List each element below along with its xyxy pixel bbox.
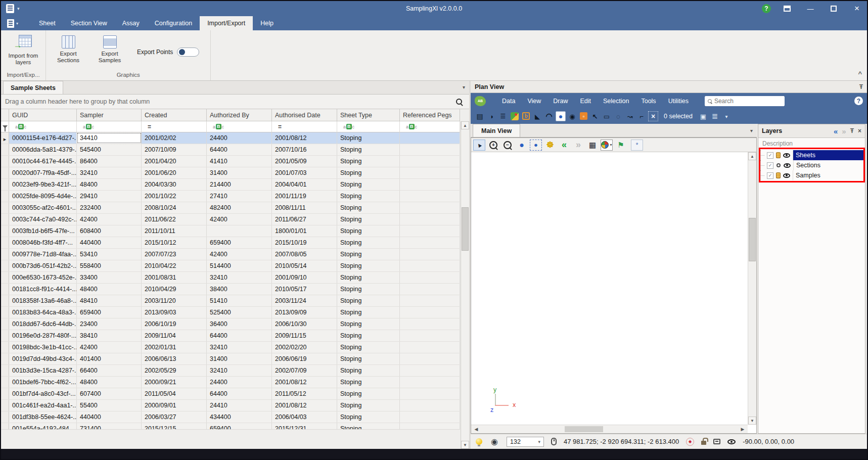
zoom-in-icon[interactable]: [487, 140, 499, 151]
sheet-row[interactable]: 00020d07-7f9a-45df-...324102001/06/20314…: [1, 167, 460, 179]
import-from-layers-button[interactable]: → Import from layers: [5, 33, 41, 66]
filter-cell-authorized-by[interactable]: aBc: [207, 121, 272, 132]
sheet-row[interactable]: 001bdef6-7bbc-4f62-...484002000/09/21244…: [1, 377, 460, 388]
menu-tab-sheet[interactable]: Sheet: [31, 16, 63, 30]
filter-cell-referenced-pegs[interactable]: aBc: [400, 121, 460, 132]
rect-select-icon[interactable]: [602, 111, 612, 121]
sheet-row[interactable]: 000b73d6-051f-42b2-...5584002010/04/2251…: [1, 260, 460, 272]
layer-checkbox[interactable]: ✓: [767, 172, 773, 179]
column-header-sampler[interactable]: Sampler: [77, 109, 142, 121]
sheet-row[interactable]: 00001154-e176-4d27-...344102001/02/02244…: [1, 132, 460, 144]
measure-icon[interactable]: [532, 111, 542, 121]
copy-view-icon[interactable]: [698, 111, 708, 121]
scroll-up-icon[interactable]: ▲: [748, 152, 756, 160]
sheet-row[interactable]: 001b3d3e-15ca-4287-...664002002/05/29324…: [1, 365, 460, 377]
menu-utilities[interactable]: Utilities: [662, 98, 695, 105]
sheet-row[interactable]: 001c461f-ea2d-4aa1-...554002000/09/01244…: [1, 400, 460, 411]
sheet-row[interactable]: 0018358f-13a6-46a8-...484102003/11/20514…: [1, 295, 460, 307]
search-box[interactable]: [705, 96, 785, 106]
map-icon[interactable]: [511, 112, 519, 120]
help-icon[interactable]: ?: [762, 4, 771, 13]
scroll-right-icon[interactable]: ▶: [739, 425, 747, 433]
filter-cell-guid[interactable]: aBc: [9, 121, 77, 132]
menu-view[interactable]: View: [521, 98, 547, 105]
bookmark-icon[interactable]: [615, 140, 627, 151]
scroll-left-icon[interactable]: ◀: [472, 425, 480, 433]
plot-icon[interactable]: [580, 112, 587, 120]
canvas-vertical-scrollbar[interactable]: ▲ ▼: [748, 152, 756, 425]
visibility-eye-icon[interactable]: [783, 153, 790, 158]
canvas-hscroll-thumb[interactable]: [565, 426, 603, 432]
visibility-eye-icon[interactable]: [784, 163, 791, 168]
sheet-row[interactable]: 00196e0d-287f-480f-...384102009/11/04644…: [1, 330, 460, 342]
search-input[interactable]: [714, 98, 775, 105]
sheet-row[interactable]: 00198bdc-3e1b-41cc-...424002002/01/31324…: [1, 342, 460, 353]
previous-view-icon[interactable]: [558, 140, 570, 151]
pin-icon[interactable]: Ŧ: [850, 127, 854, 134]
menu-tab-import-export[interactable]: Import/Export: [200, 16, 253, 30]
search-icon[interactable]: [456, 99, 462, 105]
ribbon-collapse-icon[interactable]: ^: [858, 70, 862, 77]
menu-tab-configuration[interactable]: Configuration: [147, 16, 200, 30]
scroll-up-icon[interactable]: ▲: [461, 121, 469, 129]
layer-checkbox[interactable]: ✓: [767, 152, 773, 159]
scroll-down-icon[interactable]: ▼: [461, 441, 469, 449]
filter-cell-sampler[interactable]: aBc: [77, 121, 142, 132]
layer-row-sheets[interactable]: ✓Sheets: [758, 150, 865, 160]
location-pin-icon[interactable]: [567, 111, 577, 121]
point-select-icon[interactable]: [590, 111, 600, 121]
sheet-row[interactable]: 00010c44-617e-4445-...864002001/04/20414…: [1, 156, 460, 167]
layers-icon[interactable]: [498, 111, 508, 121]
column-header-referenced-pegs[interactable]: Referenced Pegs: [400, 109, 460, 121]
layer-checkbox[interactable]: ✓: [767, 162, 773, 169]
sheet-row[interactable]: 001e554a-4192-484...7314002015/12/156594…: [1, 423, 460, 429]
sheet-row[interactable]: 000e6530-1673-452e-...334002001/08/31324…: [1, 272, 460, 284]
scale-select[interactable]: 132 ▾: [507, 437, 544, 447]
circle-select-icon[interactable]: [613, 111, 623, 121]
sheet-row[interactable]: 0003055c-af2c-4601-...2324002008/10/2448…: [1, 202, 460, 214]
menu-selection[interactable]: Selection: [597, 98, 635, 105]
group-by-bar[interactable]: Drag a column header here to group by th…: [1, 95, 469, 109]
settings-gear-icon[interactable]: [544, 140, 556, 151]
column-header-created[interactable]: Created: [142, 109, 207, 121]
sheet-row[interactable]: 0008046b-f3fd-4ff7-...4404002015/10/1265…: [1, 237, 460, 249]
plan-canvas[interactable]: y x z ▲ ▼ ◀: [471, 152, 756, 433]
draw-style-icon[interactable]: [486, 111, 496, 121]
sheet-row[interactable]: 0018dd67-6dc6-44db-...234002006/10/19364…: [1, 318, 460, 330]
canvas-horizontal-scrollbar[interactable]: ◀ ▶: [471, 425, 748, 433]
sheet-row[interactable]: 001bf7d4-a8c0-43cf-...6074002011/05/0464…: [1, 388, 460, 400]
plan-view-help-icon[interactable]: ?: [854, 97, 863, 105]
minimize-button[interactable]: —: [803, 4, 817, 14]
layer-row-samples[interactable]: ✓Samples: [758, 170, 865, 180]
color-palette-icon[interactable]: [601, 140, 613, 151]
next-view-icon[interactable]: [572, 140, 584, 151]
open-folder-icon[interactable]: [475, 111, 485, 121]
close-button[interactable]: ×: [850, 4, 864, 14]
globe-icon[interactable]: [556, 111, 566, 121]
grid-vertical-scrollbar[interactable]: ▲ ▼: [461, 121, 469, 449]
column-header-authorized-by[interactable]: Authorized By: [207, 109, 272, 121]
sheet-row[interactable]: 00006dda-5a81-4379-...5454002007/10/0964…: [1, 144, 460, 156]
refresh-view-icon[interactable]: [530, 140, 542, 151]
polygon-select-icon[interactable]: [636, 111, 647, 121]
grid-scrollbar-thumb[interactable]: [462, 207, 469, 251]
sheet-row[interactable]: 0003fb1d-b6f5-47fe-...6084002011/10/1118…: [1, 225, 460, 237]
tab-sample-sheets[interactable]: Sample Sheets: [3, 81, 63, 94]
column-header-authorised-date[interactable]: Authorised Date: [272, 109, 337, 121]
zoom-extents-icon[interactable]: [516, 140, 528, 151]
tab-main-view[interactable]: Main View: [473, 124, 520, 137]
column-header-sheet-type[interactable]: Sheet Type: [337, 109, 400, 121]
export-samples-button[interactable]: Export Samples: [92, 33, 128, 64]
view-grid-icon[interactable]: [586, 140, 599, 151]
new-view-tab-icon[interactable]: [631, 140, 643, 151]
lightbulb-icon[interactable]: [476, 438, 482, 445]
lock-icon[interactable]: [701, 441, 706, 445]
filter-cell-sheet-type[interactable]: aBc: [337, 121, 400, 132]
select-arrow-icon[interactable]: [473, 140, 485, 151]
forward-icon[interactable]: »: [842, 127, 846, 135]
menu-data[interactable]: Data: [496, 98, 521, 105]
sheet-row[interactable]: 0019d7dd-49bd-43c4-...4014002006/06/1331…: [1, 353, 460, 365]
menu-tools[interactable]: Tools: [635, 98, 662, 105]
sheet-row[interactable]: 001df3b8-55ee-4624-...4404002006/03/2743…: [1, 411, 460, 423]
sheet-row[interactable]: 0009778e-71d8-4faa-...534102007/07/23424…: [1, 249, 460, 260]
